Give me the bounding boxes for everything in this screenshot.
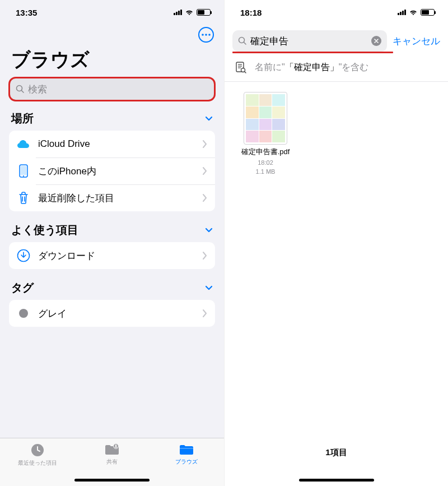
chevron-right-icon	[203, 140, 207, 148]
search-icon	[238, 36, 247, 45]
svg-point-12	[115, 445, 117, 446]
tags-section: タグ グレイ	[0, 280, 224, 327]
row-label: グレイ	[38, 307, 195, 320]
svg-line-4	[22, 91, 24, 93]
battery-icon	[197, 9, 211, 16]
search-results: 確定申告書.pdf 18:02 1.1 MB	[225, 82, 448, 185]
gray-dot-icon	[17, 307, 30, 320]
wifi-icon	[409, 9, 418, 16]
row-label: iCloud Drive	[38, 138, 195, 150]
file-time: 18:02	[258, 159, 273, 166]
section-title: 場所	[11, 111, 34, 126]
search-value: 確定申告	[250, 35, 368, 48]
chevron-down-icon	[205, 285, 213, 291]
folder-icon	[178, 443, 195, 456]
svg-point-7	[23, 175, 24, 177]
row-label: 最近削除した項目	[38, 192, 195, 205]
trash-icon	[17, 191, 30, 205]
tab-bar: 最近使った項目 共有 ブラウズ	[0, 438, 224, 486]
file-item[interactable]: 確定申告書.pdf 18:02 1.1 MB	[235, 92, 296, 175]
shared-folder-icon	[104, 443, 120, 456]
status-bar: 13:35	[0, 0, 224, 25]
search-input[interactable]: 検索	[10, 78, 214, 100]
chevron-right-icon	[203, 167, 207, 175]
file-thumbnail	[244, 92, 287, 145]
status-indicators	[398, 9, 435, 16]
search-screen: 18:18 確定申告 キャンセル 名前に"「確定申告」"を含む	[224, 0, 448, 486]
battery-icon	[421, 9, 435, 16]
chevron-right-icon	[203, 194, 207, 202]
cloud-icon	[17, 137, 30, 151]
tab-recents[interactable]: 最近使った項目	[0, 438, 74, 486]
tab-label: 共有	[106, 458, 118, 466]
svg-point-2	[208, 34, 211, 36]
document-search-icon	[235, 61, 247, 73]
file-size: 1.1 MB	[256, 168, 276, 175]
svg-line-21	[245, 72, 246, 73]
search-input-active[interactable]: 確定申告	[232, 30, 387, 52]
search-suggestion[interactable]: 名前に"「確定申告」"を含む	[225, 53, 448, 82]
svg-rect-6	[21, 166, 27, 175]
row-label: ダウンロード	[38, 249, 195, 262]
chevron-down-icon	[205, 116, 213, 122]
search-icon	[16, 85, 25, 94]
signal-icon	[174, 10, 182, 15]
download-icon	[17, 249, 30, 262]
favorites-downloads[interactable]: ダウンロード	[9, 242, 215, 269]
svg-rect-13	[180, 448, 193, 449]
close-icon	[374, 39, 379, 43]
more-button[interactable]	[198, 27, 214, 43]
page-title: ブラウズ	[0, 43, 224, 78]
favorites-header[interactable]: よく使う項目	[0, 223, 224, 242]
clear-search-button[interactable]	[371, 36, 381, 46]
svg-point-11	[113, 444, 118, 449]
status-time: 13:35	[16, 8, 37, 17]
svg-point-0	[202, 34, 204, 36]
svg-line-15	[244, 43, 246, 45]
tab-label: ブラウズ	[175, 458, 198, 466]
location-iphone[interactable]: このiPhone内	[9, 158, 215, 184]
phone-icon	[17, 164, 30, 178]
favorites-section: よく使う項目 ダウンロード	[0, 223, 224, 269]
file-name: 確定申告書.pdf	[241, 147, 290, 157]
tab-browse[interactable]: ブラウズ	[150, 438, 224, 486]
search-placeholder: 検索	[28, 83, 47, 96]
section-title: よく使う項目	[11, 223, 78, 238]
status-bar: 18:18	[225, 0, 448, 25]
home-indicator[interactable]	[299, 479, 374, 482]
signal-icon	[398, 10, 406, 15]
locations-section: 場所 iCloud Drive このiPhone内	[0, 111, 224, 211]
svg-point-1	[205, 34, 207, 36]
clock-icon	[30, 443, 45, 457]
tags-header[interactable]: タグ	[0, 280, 224, 300]
location-icloud[interactable]: iCloud Drive	[9, 131, 215, 158]
status-indicators	[174, 9, 211, 16]
location-trash[interactable]: 最近削除した項目	[9, 184, 215, 211]
home-indicator[interactable]	[74, 479, 150, 482]
chevron-down-icon	[205, 228, 213, 233]
suggestion-text: 名前に"「確定申告」"を含む	[255, 62, 368, 73]
tab-label: 最近使った項目	[18, 459, 57, 467]
result-count: 1項目	[225, 447, 448, 458]
browse-screen: 13:35 ブラウズ 検索 場所	[0, 0, 224, 486]
chevron-right-icon	[203, 252, 207, 260]
cancel-button[interactable]: キャンセル	[393, 35, 440, 48]
tag-gray[interactable]: グレイ	[9, 300, 215, 327]
svg-point-9	[19, 309, 28, 318]
chevron-right-icon	[203, 309, 207, 317]
row-label: このiPhone内	[38, 165, 195, 178]
wifi-icon	[185, 9, 194, 16]
section-title: タグ	[11, 280, 34, 295]
status-time: 18:18	[240, 8, 262, 17]
locations-header[interactable]: 場所	[0, 111, 224, 131]
